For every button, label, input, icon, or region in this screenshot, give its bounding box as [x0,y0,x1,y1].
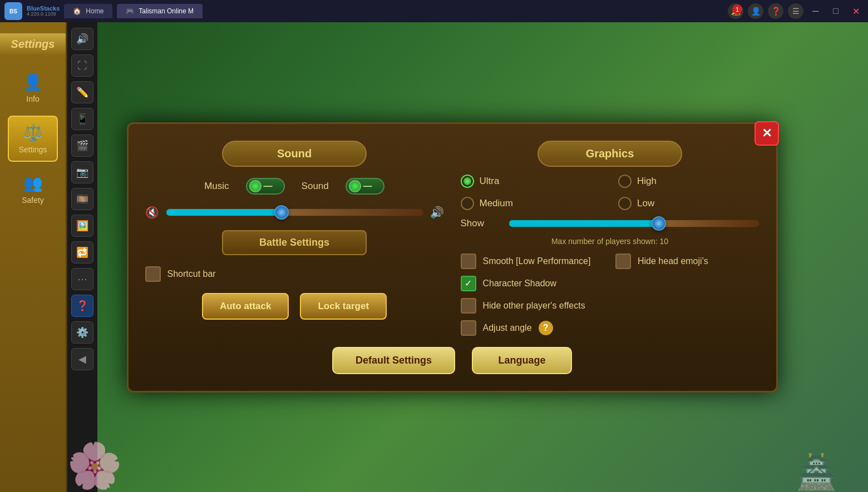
sound-controls: Music — Sound — [145,178,444,195]
hide-effects-label: Hide other player's effects [483,301,585,311]
home-tab-icon: 🏠 [73,7,81,15]
hide-effects-checkbox-row: Hide other player's effects [461,298,760,314]
quality-ultra-label: Ultra [480,176,500,187]
sound-toggle[interactable]: — [346,178,384,195]
close-btn[interactable]: ✕ [848,3,864,19]
adjust-angle-checkbox-row: Adjust angle ? [461,320,605,336]
bottom-buttons: Default Settings Language [145,347,760,374]
character-shadow-checkbox-row: ✓ Character Shadow [461,276,605,291]
tab-game[interactable]: 🎮 Talisman Online M [117,4,203,18]
titlebar: BS BlueStacks 4.220.0.1109 🏠 Home 🎮 Tali… [0,0,868,22]
shortcut-bar-row: Shortcut bar [145,266,444,282]
music-toggle-dash: — [264,181,273,191]
quality-medium-row: Medium [461,197,602,210]
settings-dialog: ✕ Sound Music — Sound [127,122,778,392]
dialog-columns: Sound Music — Sound — [145,141,760,336]
dialog-right-column: Graphics Ultra High [461,141,760,336]
help-btn-icon[interactable]: ❓ [768,3,783,19]
dialog-close-button[interactable]: ✕ [754,121,779,146]
lock-target-button[interactable]: Lock target [300,293,387,320]
account-icon[interactable]: 👤 [748,3,763,19]
bluestacks-logo: BS [4,2,22,20]
sound-label: Sound [302,181,329,192]
volume-slider-track[interactable] [166,208,423,216]
notification-btn[interactable]: 🔔 1 [728,3,743,19]
maximize-btn[interactable]: □ [828,3,844,19]
decorative-flowers-left: 🌸 [67,440,122,492]
brand-version: 4.220.0.1109 [27,12,60,17]
hide-emoji-label: Hide head emoji's [638,256,708,266]
action-buttons: Auto attack Lock target [145,293,444,320]
quality-medium-radio[interactable] [461,197,474,210]
left-sidebar: Settings 👤 Info ⚖️ Settings 👥 Safety [0,22,67,492]
music-toggle[interactable]: — [246,178,285,195]
smooth-checkbox[interactable] [461,254,476,269]
quality-low-row: Low [618,197,760,210]
sound-toggle-knob [349,180,361,192]
main-content: 🌸 🏯 Settings 👤 Info ⚖️ Settings 👥 Safety… [0,22,868,492]
adjust-angle-checkbox[interactable] [461,320,476,336]
graphics-checkboxes: Smooth [Low Performance] Hide head emoji… [461,254,760,336]
safety-icon: 👥 [23,174,43,192]
hide-emoji-checkbox[interactable] [615,254,631,269]
decorative-flowers-right: 🏯 [796,453,837,492]
sidebar-item-safety-label: Safety [22,196,44,205]
sidebar-item-settings-label: Settings [19,145,47,154]
music-toggle-knob [249,180,262,192]
show-slider-track[interactable] [509,220,760,227]
sound-section-header: Sound [222,141,367,167]
default-settings-button[interactable]: Default Settings [332,347,455,374]
show-slider-thumb[interactable] [652,216,666,231]
show-label: Show [461,218,494,229]
battle-settings-header: Battle Settings [222,230,367,255]
adjust-angle-help-icon[interactable]: ? [539,321,553,335]
notification-badge: 1 [732,4,742,14]
menu-icon[interactable]: ☰ [788,3,803,19]
smooth-checkbox-row: Smooth [Low Performance] [461,254,605,269]
dialog-left-column: Sound Music — Sound — [145,141,444,336]
tab-home[interactable]: 🏠 Home [64,4,112,18]
quality-high-row: High [618,175,760,188]
quality-ultra-radio[interactable] [461,175,474,188]
quality-medium-label: Medium [480,198,513,209]
quality-low-radio[interactable] [618,197,632,210]
quality-low-label: Low [637,198,654,209]
volume-up-icon: 🔊 [430,206,444,219]
volume-row: 🔇 🔊 [145,206,444,219]
volume-slider-thumb[interactable] [274,205,289,220]
settings-icon: ⚖️ [23,123,43,142]
checkmark-icon: ✓ [465,278,472,289]
language-button[interactable]: Language [472,347,572,374]
dialog-overlay: ✕ Sound Music — Sound [67,22,837,492]
close-x-icon: ✕ [762,126,772,141]
radio-ultra-inner [463,177,471,185]
game-tab-icon: 🎮 [126,7,134,15]
info-icon: 👤 [23,73,43,91]
show-row: Show [461,218,760,229]
sidebar-item-info-label: Info [26,95,39,103]
volume-mute-icon: 🔇 [145,206,159,219]
sidebar-title: Settings [0,33,66,55]
shortcut-bar-checkbox[interactable] [145,266,161,282]
home-tab-label: Home [86,7,103,15]
music-label: Music [204,181,229,192]
game-tab-label: Talisman Online M [139,7,194,15]
quality-high-radio[interactable] [618,175,632,188]
minimize-btn[interactable]: ─ [808,3,823,19]
sound-toggle-dash: — [363,181,372,191]
sidebar-item-safety[interactable]: 👥 Safety [8,167,58,211]
max-players-text: Max number of players shown: 10 [461,237,760,246]
shortcut-bar-label: Shortcut bar [167,269,216,279]
hide-emoji-checkbox-row: Hide head emoji's [615,254,760,269]
sidebar-item-info[interactable]: 👤 Info [8,66,58,110]
quality-high-label: High [637,176,657,187]
sidebar-item-settings[interactable]: ⚖️ Settings [8,116,58,162]
quality-radio-grid: Ultra High Medium Low [461,175,760,210]
adjust-angle-label: Adjust angle [483,323,532,333]
character-shadow-checkbox[interactable]: ✓ [461,276,476,291]
smooth-label: Smooth [Low Performance] [483,256,591,266]
character-shadow-label: Character Shadow [483,279,557,289]
graphics-section-header: Graphics [537,141,682,167]
auto-attack-button[interactable]: Auto attack [202,293,289,320]
hide-effects-checkbox[interactable] [461,298,476,314]
